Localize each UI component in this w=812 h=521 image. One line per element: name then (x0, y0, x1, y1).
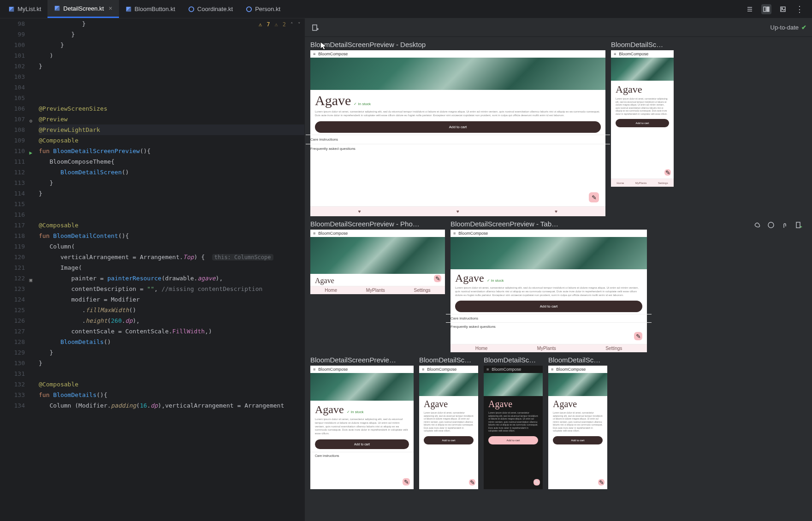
preview-item-actions (752, 220, 804, 230)
tab-person[interactable]: Person.kt (239, 0, 287, 18)
more-options-icon[interactable]: ⋮ (794, 4, 805, 14)
svg-point-18 (768, 222, 774, 228)
kotlin-file-icon (125, 6, 132, 12)
close-icon[interactable]: × (108, 5, 112, 12)
preview-thumbnail-desktop[interactable]: ≡BloomCompose Agave✓ In stock Lorem ipsu… (310, 50, 605, 216)
tab-label: Person.kt (255, 6, 280, 12)
preview-thumbnail[interactable]: ≡BloomCompose Agave Lorem ipsum dolor si… (419, 366, 478, 489)
preview-label: BloomDetailScreenPreview - Desktop (310, 41, 605, 48)
preview-thumbnail-tablet[interactable]: ≡BloomCompose Agave✓ In stock Lorem ipsu… (450, 230, 647, 352)
editor-code-area[interactable]: } } } )}@PreviewScreenSizes@Preview@Prev… (33, 18, 304, 521)
preview-label: BloomDetailScreenPreview - Pho… (310, 220, 445, 228)
hero-image (310, 58, 605, 90)
weak-warning-count: 2 (283, 21, 286, 28)
design-view-icon[interactable] (778, 4, 788, 14)
svg-point-7 (247, 6, 252, 12)
preview-label: BloomDetailSc… (611, 41, 674, 48)
kotlin-file-icon (8, 6, 15, 12)
tab-bar-actions: ⋮ (745, 4, 810, 14)
kotlin-class-icon (188, 6, 195, 12)
editor-gutter[interactable]: 9899100101102103104105106107⚙108109110▶1… (0, 18, 33, 521)
preview-label: BloomDetailScreenPrevie… (310, 356, 414, 364)
preview-thumbnail-foldable[interactable]: ≡BloomCompose Agave Lorem ipsum dolor si… (611, 50, 674, 187)
warning-count: 7 (267, 21, 270, 28)
interactive-icon[interactable] (766, 220, 776, 230)
preview-thumbnail[interactable]: ≡BloomCompose Agave Lorem ipsum dolor si… (548, 366, 607, 489)
warning-icon: ⚠ (259, 21, 262, 28)
compose-preview-panel: Up-to-date ✔ BloomDetailScreenPreview - … (304, 18, 812, 521)
tab-label: Coordinate.kt (197, 6, 233, 12)
list-view-icon[interactable] (745, 4, 755, 14)
svg-point-6 (189, 6, 194, 12)
next-highlight-icon[interactable]: ˅ (298, 22, 301, 28)
kotlin-file-icon (54, 5, 60, 12)
check-icon: ✔ (801, 24, 806, 31)
tab-mylist[interactable]: MyList.kt (2, 0, 47, 18)
preview-label: BloomDetailSc… (548, 356, 607, 364)
add-preview-icon[interactable] (310, 23, 320, 33)
run-preview-icon[interactable] (794, 220, 804, 230)
preview-scroll-area[interactable]: BloomDetailScreenPreview - Desktop ≡Bloo… (305, 37, 812, 521)
svg-rect-11 (764, 7, 766, 12)
tab-label: DetailScreen.kt (63, 5, 104, 12)
preview-label: BloomDetailSc… (484, 356, 543, 364)
tab-bloombutton[interactable]: BloomButton.kt (119, 0, 182, 18)
inspection-summary[interactable]: ⚠ 7 ⚠ 2 ˄ ˅ (259, 21, 301, 28)
preview-thumbnail-dark[interactable]: ≡BloomCompose Agave Lorem ipsum dolor si… (484, 366, 543, 489)
svg-rect-15 (313, 25, 317, 30)
tab-label: BloomButton.kt (135, 6, 175, 12)
preview-thumbnail[interactable]: ≡BloomCompose Agave✓ In stock Lorem ipsu… (310, 366, 414, 489)
add-to-cart-button: Add to cart (315, 121, 601, 133)
editor-tab-bar: MyList.kt DetailScreen.kt × BloomButton.… (0, 0, 812, 18)
kotlin-class-icon (246, 6, 252, 12)
svg-marker-20 (800, 226, 802, 228)
tab-detailscreen[interactable]: DetailScreen.kt × (47, 0, 119, 18)
preview-toolbar: Up-to-date ✔ (305, 18, 812, 37)
weak-warning-icon: ⚠ (275, 21, 278, 28)
preview-thumbnail-phone[interactable]: ≡BloomCompose A⁠gave ✎ HomeMyPlantsSetti… (310, 230, 445, 294)
prev-highlight-icon[interactable]: ˄ (290, 22, 293, 28)
svg-rect-19 (796, 222, 800, 228)
preview-label: BloomDetailSc… (419, 356, 478, 364)
tab-coordinate[interactable]: Coordinate.kt (182, 0, 239, 18)
tab-label: MyList.kt (18, 6, 41, 12)
svg-rect-12 (767, 7, 769, 12)
preview-status-text: Up-to-date (771, 24, 799, 31)
svg-point-14 (782, 8, 782, 9)
animate-icon[interactable] (752, 220, 762, 230)
preview-label: BloomDetailScreenPreview - Tab… (450, 220, 647, 228)
gesture-icon[interactable] (780, 220, 790, 230)
split-view-icon[interactable] (761, 4, 771, 14)
code-editor[interactable]: ⚠ 7 ⚠ 2 ˄ ˅ 9899100101102103104105106107… (0, 18, 304, 521)
fab-edit-icon: ✎ (589, 192, 599, 202)
